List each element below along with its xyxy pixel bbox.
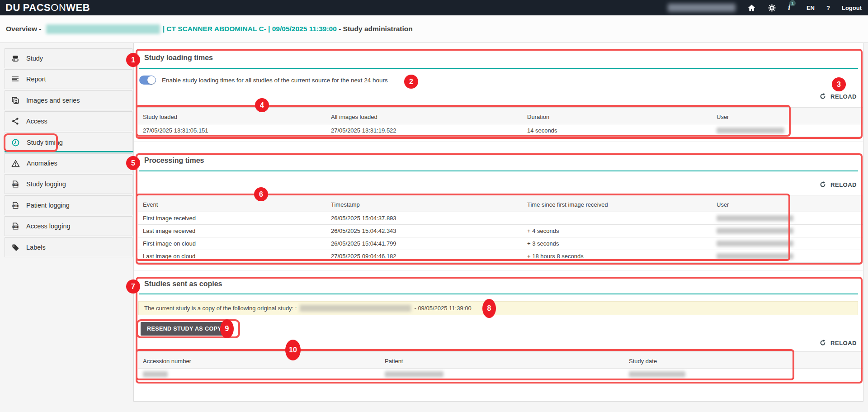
- report-icon: [11, 75, 19, 83]
- loading-times-toggle-label: Enable study loading times for all studi…: [162, 77, 388, 84]
- logo-du: DU: [5, 2, 20, 13]
- table-cell: [712, 212, 863, 225]
- breadcrumb-prefix: Overview -: [6, 25, 43, 33]
- table-cell: 27/05/2025 13:31:19.522: [326, 124, 523, 137]
- sidebar-item-study-logging[interactable]: LOG Study logging: [5, 174, 132, 194]
- table-cell: First image received: [138, 212, 326, 225]
- sidebar-item-label: Study logging: [26, 180, 66, 188]
- sidebar-item-patient-logging[interactable]: LOG Patient logging: [5, 195, 132, 215]
- banner-text-prefix: The current study is a copy of the follo…: [144, 305, 297, 312]
- app-logo: DUPACSONWEB: [5, 2, 90, 14]
- sidebar-item-label: Access: [26, 118, 47, 125]
- table-cell: [712, 250, 863, 263]
- log-file-icon: LOG: [11, 201, 19, 209]
- sidebar-item-label: Images and series: [26, 97, 80, 104]
- table-cell: First image on cloud: [138, 237, 326, 250]
- refresh-icon: [819, 339, 826, 346]
- reload-button-processing[interactable]: RELOAD: [819, 181, 857, 188]
- sidebar-item-access-logging[interactable]: LOG Access logging: [5, 216, 132, 236]
- reload-button-copies[interactable]: RELOAD: [819, 339, 857, 346]
- loading-times-toggle[interactable]: [139, 76, 156, 85]
- user-redacted: [717, 128, 784, 133]
- table-cell: 26/05/2025 15:04:37.893: [326, 212, 523, 225]
- sidebar-item-label: Report: [26, 76, 46, 83]
- topbar: DUPACSONWEB i1 EN ? Logout: [0, 0, 868, 15]
- user-redacted: [717, 215, 793, 221]
- sidebar-item-anomalies[interactable]: Anomalies: [5, 153, 132, 173]
- share-icon: [11, 117, 19, 125]
- tag-icon: [11, 243, 19, 251]
- table-cell: 27/05/2025 13:31:05.151: [138, 124, 326, 137]
- table-cell: + 4 seconds: [523, 225, 712, 237]
- refresh-icon: [819, 93, 826, 100]
- table-row: First image on cloud 26/05/2025 15:04:41…: [138, 237, 863, 250]
- user-redacted: [717, 253, 793, 259]
- user-redacted: [717, 228, 793, 234]
- help-icon[interactable]: ?: [826, 5, 830, 11]
- sidebar-item-access[interactable]: Access: [5, 111, 132, 131]
- breadcrumb: Overview - | CT SCANNER ABDOMINAL C- | 0…: [0, 15, 868, 43]
- column-header: User: [712, 108, 863, 124]
- sidebar-item-label: Study timing: [27, 139, 63, 146]
- section-underline: [139, 170, 858, 171]
- table-cell: Last image received: [138, 225, 326, 237]
- table-cell: [712, 124, 863, 137]
- column-header: Timestamp: [326, 195, 523, 212]
- patient-name-redacted: [46, 24, 160, 34]
- svg-text:LOG: LOG: [14, 205, 17, 207]
- svg-text:LOG: LOG: [14, 184, 17, 186]
- images-icon: [11, 96, 19, 104]
- gear-icon[interactable]: [768, 4, 776, 12]
- table-cell: [624, 369, 863, 380]
- table-cell: [712, 237, 863, 250]
- table-cell: 27/05/2025 09:04:46.182: [326, 250, 523, 263]
- copy-study-banner: The current study is a copy of the follo…: [138, 301, 858, 315]
- resend-study-as-copy-button[interactable]: RESEND STUDY AS COPY: [141, 322, 228, 336]
- original-study-redacted: [300, 305, 411, 312]
- reload-button-loading[interactable]: RELOAD: [819, 93, 857, 100]
- study-loading-table: Study loaded All images loaded Duration …: [138, 107, 863, 137]
- language-selector[interactable]: EN: [807, 5, 815, 11]
- section-underline: [139, 294, 858, 294]
- sidebar-item-label: Patient logging: [26, 202, 70, 209]
- table-cell: + 3 seconds: [523, 237, 712, 250]
- table-row: [138, 369, 863, 380]
- column-header: Patient: [380, 352, 624, 369]
- sidebar-item-report[interactable]: Report: [5, 69, 132, 89]
- info-badge: 1: [789, 0, 796, 6]
- study-icon: [11, 54, 19, 62]
- column-header: Study date: [624, 352, 863, 369]
- table-cell: [712, 225, 863, 237]
- studies-sent-as-copies-table: Accession number Patient Study date: [138, 351, 863, 380]
- logout-button[interactable]: Logout: [842, 5, 862, 11]
- sidebar-item-study-timing[interactable]: Study timing: [5, 133, 132, 152]
- clock-icon: [11, 138, 20, 147]
- table-cell: [523, 212, 712, 225]
- table-cell: + 18 hours 8 seconds: [523, 250, 712, 263]
- table-cell: 14 seconds: [523, 124, 712, 137]
- sidebar-item-labels[interactable]: Labels: [5, 237, 132, 257]
- sidebar-item-images-and-series[interactable]: Images and series: [5, 90, 132, 110]
- log-file-icon: LOG: [11, 222, 19, 230]
- section-divider: [134, 270, 863, 270]
- column-header: Event: [138, 195, 326, 212]
- sidebar-item-label: Anomalies: [27, 160, 57, 167]
- table-row: Last image on cloud 27/05/2025 09:04:46.…: [138, 250, 863, 263]
- column-header: Study loaded: [138, 108, 326, 124]
- main-panel: Study loading times Enable study loading…: [133, 43, 863, 402]
- table-cell: [380, 369, 624, 380]
- column-header: Duration: [523, 108, 712, 124]
- sidebar-item-study[interactable]: Study: [5, 48, 132, 68]
- table-cell: 26/05/2025 15:04:41.799: [326, 237, 523, 250]
- selected-tab-underline: [5, 151, 133, 152]
- info-icon[interactable]: i1: [788, 3, 795, 12]
- section-divider: [134, 142, 863, 142]
- section-title-study-loading-times: Study loading times: [144, 54, 213, 62]
- table-cell: Last image on cloud: [138, 250, 326, 263]
- accession-number-redacted: [143, 371, 168, 377]
- section-title-processing-times: Processing times: [144, 156, 204, 165]
- breadcrumb-suffix: - Study administration: [337, 25, 413, 33]
- processing-times-table: Event Timestamp Time since first image r…: [138, 195, 863, 263]
- sidebar-item-label: Labels: [26, 244, 46, 251]
- home-icon[interactable]: [747, 4, 756, 12]
